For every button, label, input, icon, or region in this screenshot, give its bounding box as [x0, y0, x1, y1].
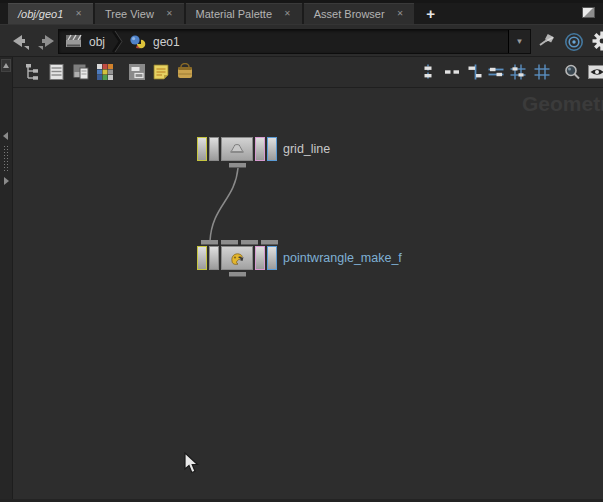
- forward-arrow-icon[interactable]: [36, 33, 56, 51]
- new-tab-button[interactable]: +: [416, 3, 445, 24]
- grid-icon[interactable]: [533, 63, 551, 81]
- node-shapes-icon[interactable]: [128, 63, 146, 81]
- tab-obj-geo1[interactable]: /obj/geo1 ✕: [8, 3, 93, 24]
- input-connector[interactable]: [261, 240, 278, 245]
- tab-label: /obj/geo1: [18, 8, 63, 20]
- triangle-up-icon: [3, 63, 9, 68]
- path-dropdown-button[interactable]: ▼: [508, 30, 530, 53]
- output-connector[interactable]: [229, 163, 246, 168]
- breadcrumb-separator: [111, 30, 123, 53]
- close-icon[interactable]: ✕: [164, 8, 175, 20]
- path-field[interactable]: obj geo1 ▼: [58, 29, 531, 54]
- node-body[interactable]: [221, 137, 253, 161]
- node-label-pointwrangle[interactable]: pointwrangle_make_f: [283, 251, 402, 265]
- follow-target-icon[interactable]: [563, 31, 585, 53]
- splitter-grip-handle[interactable]: [3, 145, 10, 172]
- network-toolbar: [0, 57, 603, 88]
- palette-icon[interactable]: [96, 63, 114, 81]
- breadcrumb-obj[interactable]: obj: [59, 30, 111, 53]
- distribute-vertical-icon[interactable]: [419, 63, 437, 81]
- network-type-watermark: Geometry: [522, 92, 603, 116]
- snap-grid-icon[interactable]: [509, 63, 527, 81]
- tree-view-icon[interactable]: [24, 63, 42, 81]
- template-flag[interactable]: [255, 137, 265, 161]
- pane-tab-bar: /obj/geo1 ✕ Tree View ✕ Material Palette…: [0, 3, 603, 24]
- expand-right-icon[interactable]: [4, 177, 9, 185]
- gear-icon[interactable]: [592, 31, 603, 51]
- sticky-note-icon[interactable]: [152, 63, 170, 81]
- lock-flag[interactable]: [209, 246, 219, 270]
- node-pointwrangle[interactable]: [197, 246, 277, 270]
- tab-tree-view[interactable]: Tree View ✕: [95, 3, 184, 24]
- display-flag[interactable]: [267, 246, 277, 270]
- mouse-cursor: [184, 452, 200, 475]
- search-icon[interactable]: [563, 63, 581, 81]
- input-connector[interactable]: [221, 240, 238, 245]
- pane-maximize-icon[interactable]: [582, 7, 595, 18]
- geometry-icon: [129, 34, 147, 50]
- network-path-bar: obj geo1 ▼: [0, 24, 603, 57]
- tab-asset-browser[interactable]: Asset Browser ✕: [304, 3, 415, 24]
- input-connector[interactable]: [201, 240, 218, 245]
- output-connector[interactable]: [229, 272, 246, 277]
- close-icon[interactable]: ✕: [395, 8, 406, 20]
- breadcrumb-obj-label: obj: [89, 35, 105, 49]
- tab-material-palette[interactable]: Material Palette ✕: [186, 3, 302, 24]
- align-vertical-icon[interactable]: [465, 63, 483, 81]
- template-flag[interactable]: [255, 246, 265, 270]
- breadcrumb-geo1[interactable]: geo1: [123, 30, 186, 53]
- chevron-down-icon: ▼: [516, 37, 524, 46]
- node-label-grid-line[interactable]: grid_line: [283, 142, 330, 156]
- collapse-left-icon[interactable]: [3, 132, 8, 140]
- bypass-flag[interactable]: [197, 246, 207, 270]
- breadcrumb-geo1-label: geo1: [153, 35, 180, 49]
- list-view-icon[interactable]: [48, 63, 66, 81]
- node-grid-line[interactable]: [197, 137, 277, 161]
- display-flag[interactable]: [267, 137, 277, 161]
- tab-label: Asset Browser: [314, 8, 385, 20]
- tab-label: Material Palette: [196, 8, 272, 20]
- scene-objects-icon: [65, 34, 83, 49]
- close-icon[interactable]: ✕: [73, 8, 84, 20]
- houdini-network-editor-pane: /obj/geo1 ✕ Tree View ✕ Material Palette…: [0, 0, 603, 502]
- close-icon[interactable]: ✕: [282, 8, 293, 20]
- visibility-icon[interactable]: [588, 63, 603, 81]
- bypass-flag[interactable]: [197, 137, 207, 161]
- wrangle-vex-icon: [229, 251, 246, 266]
- tab-label: Tree View: [105, 8, 154, 20]
- lock-flag[interactable]: [209, 137, 219, 161]
- overview-icon[interactable]: [72, 63, 90, 81]
- node-body[interactable]: [221, 246, 253, 270]
- pane-side-strip: [0, 57, 13, 499]
- align-horizontal-icon[interactable]: [487, 63, 505, 81]
- strip-collapse-button[interactable]: [1, 59, 11, 72]
- spacing-icon[interactable]: [443, 63, 461, 81]
- pin-icon[interactable]: [537, 31, 557, 51]
- gallery-basket-icon[interactable]: [176, 63, 194, 81]
- input-connector[interactable]: [241, 240, 258, 245]
- back-arrow-icon[interactable]: [11, 33, 31, 51]
- grid-sop-icon: [228, 143, 246, 155]
